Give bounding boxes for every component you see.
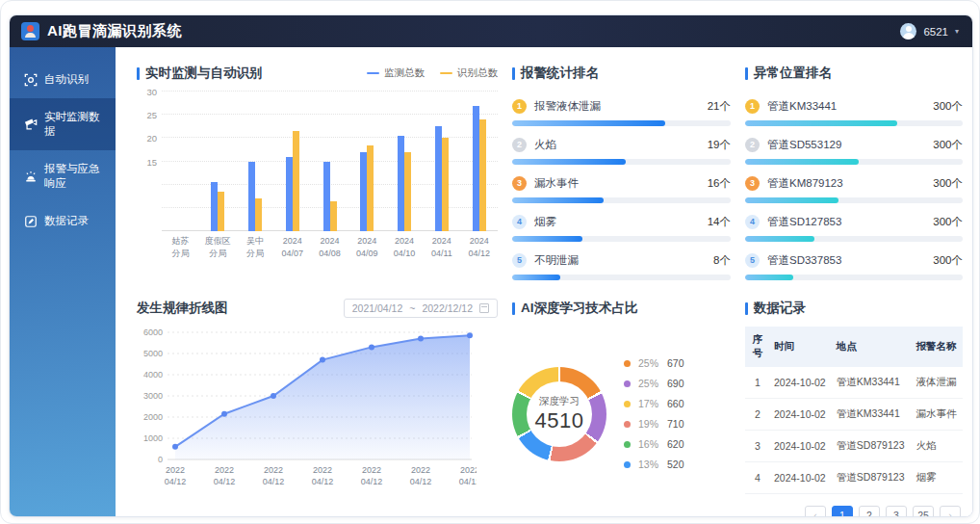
- donut-legend-item[interactable]: 13%520: [624, 458, 684, 470]
- table-cell: 3: [745, 431, 770, 462]
- rank-row: 4烟雾14个: [512, 203, 731, 242]
- table-cell: 火焰: [912, 431, 963, 462]
- rank-badge: 2: [745, 138, 760, 152]
- page-button-3[interactable]: 3: [886, 506, 907, 517]
- legend-item-识别总数[interactable]: 识别总数: [440, 66, 498, 80]
- bar-group: [162, 92, 199, 231]
- pagination: ‹12325›: [745, 506, 963, 517]
- user-menu[interactable]: 6521 ▾: [900, 23, 959, 39]
- panel-ai-ratio: AI深度学习技术占比 深度学习 4510 25%67025%69017%6601…: [512, 300, 731, 517]
- table-cell: 2024-10-02: [770, 399, 833, 431]
- donut-legend-item[interactable]: 25%670: [624, 357, 684, 369]
- rank-row: 1管道KM33441300个: [745, 88, 963, 126]
- legend-percent: 25%: [638, 378, 667, 389]
- rank-line: 4烟雾14个: [512, 211, 731, 232]
- page: AI跑冒滴漏识别系统 6521 ▾ 自动识别实时监测数据报警与应急响应数据记录 …: [0, 0, 980, 524]
- donut-legend-item[interactable]: 19%710: [624, 418, 684, 430]
- bar-group: [199, 92, 237, 231]
- donut-legend-item[interactable]: 17%660: [624, 398, 684, 409]
- next-page-button[interactable]: ›: [940, 506, 961, 517]
- rank-value: 300个: [933, 215, 963, 229]
- bar-chart-legend: 监测总数识别总数: [367, 66, 498, 80]
- rank-badge: 3: [512, 176, 527, 191]
- rank-bar-fill: [512, 275, 560, 280]
- y-axis-label: 30: [146, 87, 157, 97]
- bar-识别总数: [367, 145, 374, 231]
- rank-value: 300个: [933, 138, 963, 152]
- y-axis-label: 20: [146, 133, 157, 144]
- date-range-picker[interactable]: 2021/04/12 ~ 2022/12/12: [344, 299, 498, 318]
- user-avatar: [900, 23, 916, 39]
- line-chart: 0100020003000400050006000202204/12202204…: [137, 325, 498, 492]
- legend-dot-icon: [624, 380, 631, 387]
- rank-row: 5管道SD337853300个: [745, 242, 963, 280]
- svg-text:04/12: 04/12: [165, 477, 187, 486]
- rank-row: 5不明泄漏8个: [512, 242, 731, 280]
- rank-row: 3管道KM879123300个: [745, 165, 963, 203]
- date-separator: ~: [409, 302, 415, 314]
- rank-badge: 1: [745, 99, 760, 114]
- table-header-cell: 地点: [833, 327, 913, 367]
- rank-label: 管道KM33441: [767, 99, 925, 114]
- title-marker: [512, 302, 515, 315]
- panel-data-records: 数据记录 序号时间地点报警名称12024-10-02管道KM33441液体泄漏2…: [745, 300, 963, 517]
- app-logo-icon: [21, 22, 39, 40]
- panel-title-monitor: 实时监测与自动识别: [145, 65, 263, 82]
- svg-text:2022: 2022: [215, 465, 234, 475]
- svg-text:2022: 2022: [264, 465, 283, 475]
- svg-text:6000: 6000: [143, 328, 163, 337]
- rank-badge: 4: [512, 215, 527, 229]
- panel-title-records: 数据记录: [754, 300, 806, 317]
- panel-realtime-monitor: 实时监测与自动识别 监测总数识别总数 15202530 姑苏分局度假区分局吴中分…: [137, 65, 498, 265]
- legend-dot-icon: [624, 401, 631, 407]
- app-body: 自动识别实时监测数据报警与应急响应数据记录 实时监测与自动识别 监测总数识别总数…: [10, 47, 972, 517]
- table-cell: 2: [745, 399, 770, 431]
- rank-label: 漏水事件: [534, 176, 700, 191]
- svg-text:2022: 2022: [313, 465, 332, 475]
- panel-title-alarm-rank: 报警统计排名: [521, 65, 599, 82]
- svg-text:2022: 2022: [411, 465, 430, 475]
- rank-line: 2火焰19个: [512, 134, 731, 155]
- title-marker: [745, 302, 748, 315]
- legend-item-监测总数[interactable]: 监测总数: [367, 66, 425, 80]
- rank-row: 2火焰19个: [512, 126, 731, 165]
- sidebar-item-1[interactable]: 自动识别: [10, 61, 116, 98]
- rank-label: 烟雾: [534, 215, 700, 229]
- prev-page-button[interactable]: ‹: [805, 506, 826, 517]
- app-header: AI跑冒滴漏识别系统 6521 ▾: [10, 15, 972, 47]
- legend-dot-icon: [624, 360, 631, 367]
- table-cell: 漏水事件: [912, 399, 963, 431]
- page-button-25[interactable]: 25: [913, 506, 934, 517]
- rank-value: 8个: [713, 253, 731, 268]
- donut-legend-item[interactable]: 16%620: [624, 438, 684, 450]
- legend-dot-icon: [624, 441, 631, 448]
- user-id: 6521: [923, 26, 948, 38]
- rank-value: 16个: [708, 176, 731, 191]
- bar-group: [386, 92, 424, 231]
- donut-legend-item[interactable]: 25%690: [624, 378, 684, 389]
- legend-value: 520: [667, 458, 684, 470]
- bar-识别总数: [330, 201, 337, 231]
- bar-识别总数: [218, 192, 224, 231]
- sidebar-item-3[interactable]: 报警与应急响应: [10, 150, 116, 202]
- sidebar-item-4[interactable]: 数据记录: [10, 202, 116, 240]
- bar-监测总数: [435, 126, 442, 231]
- bar-监测总数: [398, 136, 404, 231]
- page-button-1[interactable]: 1: [832, 506, 853, 517]
- sidebar-item-2[interactable]: 实时监测数据: [10, 98, 116, 150]
- table-cell: 液体泄漏: [912, 367, 963, 399]
- title-marker: [137, 67, 140, 80]
- page-button-2[interactable]: 2: [859, 506, 880, 517]
- bar-group: [423, 92, 460, 231]
- x-axis-label: 吴中分局: [237, 235, 274, 260]
- bar-group: [460, 92, 498, 231]
- x-axis-label: 202404/11: [423, 235, 460, 260]
- rank-line: 4管道SD127853300个: [745, 211, 963, 232]
- bar-监测总数: [248, 162, 255, 232]
- svg-text:5000: 5000: [143, 349, 163, 358]
- rank-bar-fill: [745, 275, 793, 280]
- logo-person-head: [27, 25, 34, 32]
- sidebar-item-label: 数据记录: [44, 214, 89, 228]
- bar-group: [311, 92, 348, 231]
- sidebar-item-label: 自动识别: [44, 72, 89, 87]
